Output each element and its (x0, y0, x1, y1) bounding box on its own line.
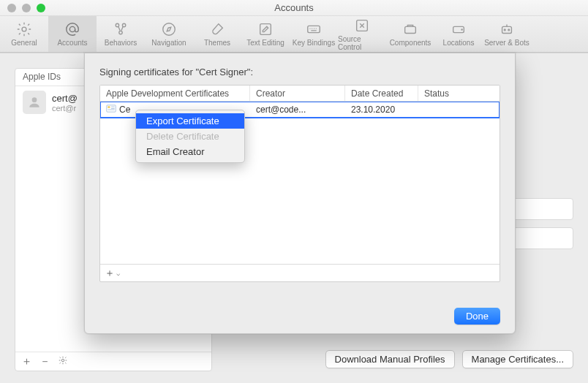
column-header-date[interactable]: Date Created (345, 86, 418, 101)
svg-point-2 (116, 23, 118, 26)
column-header-name[interactable]: Apple Development Certificates (100, 86, 250, 101)
tab-behaviors[interactable]: Behaviors (97, 16, 145, 52)
menu-email-creator[interactable]: Email Creator (136, 144, 244, 159)
disk-icon (451, 21, 467, 37)
tab-source-control[interactable]: Source Control (338, 16, 386, 52)
svg-rect-9 (405, 26, 416, 33)
gear-icon (16, 21, 32, 37)
at-icon (64, 21, 80, 37)
table-footer: ＋⌵ (100, 264, 500, 281)
svg-point-5 (163, 23, 176, 36)
person-icon (27, 95, 42, 110)
compass-icon (161, 21, 177, 37)
done-button[interactable]: Done (454, 308, 500, 325)
profile-button-bar: Download Manual Profiles Manage Certific… (325, 350, 573, 368)
sheet-title: Signing certificates for "Cert Signer": (99, 67, 500, 77)
add-certificate-button[interactable]: ＋⌵ (105, 267, 120, 280)
gear-icon (58, 355, 68, 365)
svg-rect-7 (308, 26, 320, 32)
manage-certificates-button[interactable]: Manage Certificates... (462, 350, 573, 368)
tab-locations[interactable]: Locations (434, 16, 483, 52)
tab-themes[interactable]: Themes (193, 16, 241, 52)
add-account-button[interactable]: ＋ (21, 354, 32, 368)
tab-label: General (11, 39, 37, 47)
cell-status (418, 107, 500, 112)
keyboard-icon (306, 21, 322, 37)
svg-point-15 (32, 97, 37, 102)
tab-label: Themes (204, 39, 230, 47)
svg-point-14 (508, 29, 510, 31)
cell-date: 23.10.2020 (345, 102, 418, 117)
account-sub: cert@r (52, 104, 78, 113)
svg-point-13 (504, 29, 505, 31)
tab-label: Locations (443, 39, 475, 47)
tab-label: Source Control (338, 35, 386, 51)
bot-icon (499, 21, 515, 37)
account-email: cert@ (52, 93, 78, 104)
svg-point-1 (69, 26, 75, 31)
svg-point-4 (119, 31, 122, 34)
account-text: cert@ cert@r (52, 93, 78, 113)
tab-text-editing[interactable]: Text Editing (241, 16, 290, 52)
source-control-icon (354, 18, 370, 34)
tab-label: Accounts (57, 39, 87, 47)
table-header: Apple Development Certificates Creator D… (100, 86, 500, 102)
tab-label: Server & Bots (484, 39, 529, 47)
components-icon (402, 21, 418, 37)
svg-rect-12 (502, 26, 512, 33)
settings-account-button[interactable] (58, 355, 68, 368)
preferences-toolbar: General Accounts Behaviors Navigation Th… (0, 16, 588, 53)
remove-account-button[interactable]: － (39, 354, 50, 368)
cell-name-text: Ce (119, 105, 130, 115)
svg-rect-6 (260, 24, 271, 35)
tab-general[interactable]: General (0, 16, 48, 52)
cell-creator: cert@code... (250, 102, 345, 117)
menu-export-certificate[interactable]: Export Certificate (136, 113, 244, 129)
tab-label: Key Bindings (293, 39, 335, 47)
svg-point-16 (61, 359, 64, 362)
download-profiles-button[interactable]: Download Manual Profiles (325, 350, 455, 368)
brush-icon (209, 21, 225, 37)
avatar (23, 91, 46, 114)
certificate-icon (106, 105, 116, 113)
svg-rect-18 (108, 106, 110, 107)
sidebar-footer: ＋ － (15, 352, 211, 371)
tab-label: Text Editing (246, 39, 284, 47)
tab-components[interactable]: Components (386, 16, 434, 52)
tab-label: Navigation (151, 39, 186, 47)
svg-point-3 (122, 23, 125, 26)
signing-certificates-sheet: Signing certificates for "Cert Signer": … (84, 53, 516, 334)
tab-label: Behaviors (105, 39, 137, 47)
tab-accounts[interactable]: Accounts (48, 16, 97, 52)
tab-navigation[interactable]: Navigation (145, 16, 193, 52)
svg-point-0 (22, 27, 26, 31)
tab-label: Components (390, 39, 431, 47)
column-header-creator[interactable]: Creator (250, 86, 345, 101)
tab-key-bindings[interactable]: Key Bindings (290, 16, 338, 52)
menu-delete-certificate: Delete Certificate (136, 129, 244, 144)
edit-icon (257, 21, 274, 37)
tab-server-bots[interactable]: Server & Bots (483, 16, 531, 52)
titlebar: Accounts (0, 0, 588, 16)
column-header-status[interactable]: Status (418, 86, 500, 101)
window-title: Accounts (0, 2, 588, 13)
certificate-context-menu: Export Certificate Delete Certificate Em… (135, 110, 245, 163)
behaviors-icon (113, 21, 129, 37)
svg-point-11 (461, 29, 462, 30)
